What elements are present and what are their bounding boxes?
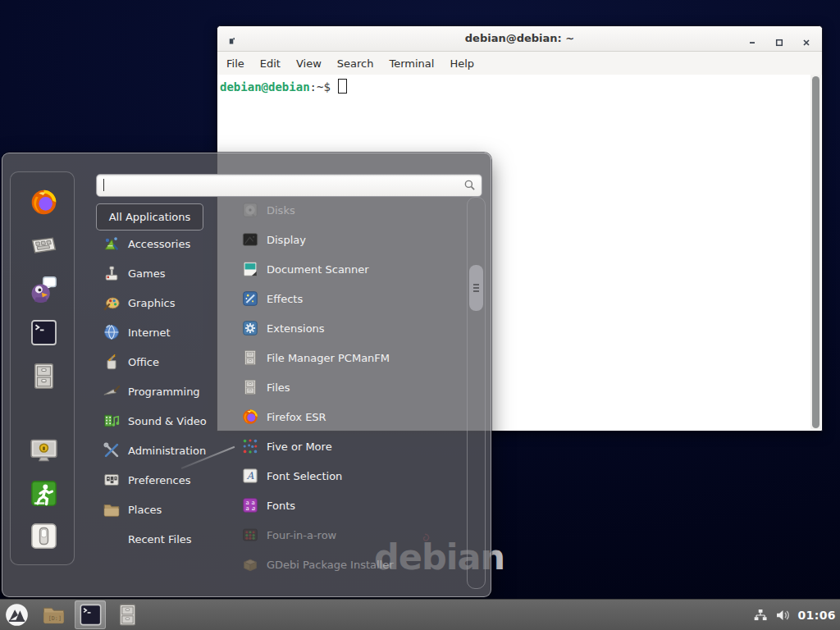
app-item-fonts[interactable]: aaaaFonts — [218, 491, 464, 520]
category-item-sound-video[interactable]: Sound & Video — [96, 406, 231, 436]
app-label: Files — [267, 381, 290, 394]
extensions-icon — [241, 319, 259, 337]
application-menu: All Applications AccessoriesGamesGraphic… — [2, 153, 491, 597]
category-item-preferences[interactable]: Preferences — [96, 465, 231, 495]
app-label: Font Selection — [267, 470, 342, 482]
svg-text:A: A — [246, 470, 254, 482]
category-label: Internet — [128, 326, 171, 339]
app-item-disks[interactable]: Disks — [218, 195, 464, 225]
category-label: Office — [128, 356, 159, 368]
category-label: Places — [128, 504, 162, 516]
close-button[interactable] — [802, 34, 810, 43]
terminal-cursor — [338, 79, 347, 94]
office-icon — [103, 353, 121, 371]
category-item-accessories[interactable]: Accessories — [96, 229, 231, 258]
svg-text:[D:]: [D:] — [48, 615, 61, 622]
maximize-button[interactable] — [775, 34, 783, 43]
category-label: Accessories — [128, 238, 190, 250]
app-item-document-scanner[interactable]: Document Scanner — [218, 254, 464, 284]
all-applications-label: All Applications — [109, 211, 191, 223]
menu-search-input[interactable] — [96, 174, 482, 197]
terminal-scrollbar-thumb[interactable] — [812, 76, 819, 428]
app-item-file-manager-pcmanfm[interactable]: File Manager PCManFM — [218, 343, 464, 372]
four-in-a-row-icon — [241, 526, 259, 544]
app-label: Extensions — [267, 322, 325, 335]
app-item-extensions[interactable]: Extensions — [218, 313, 464, 343]
app-item-firefox-esr[interactable]: Firefox ESR — [218, 402, 464, 431]
favorite-launchers — [19, 187, 68, 391]
app-label: Five or More — [267, 441, 332, 453]
application-list: DisksDisplayDocument ScannerEffectsExten… — [218, 195, 464, 579]
programming-icon — [103, 382, 121, 400]
category-item-places[interactable]: Places — [96, 495, 231, 524]
desktop: debian debian@debian: ~ FileEditViewSear… — [0, 0, 840, 630]
firefox-icon — [241, 408, 259, 426]
window-controls — [748, 26, 810, 51]
log-out-button[interactable] — [29, 478, 59, 509]
terminal-menu-file[interactable]: File — [226, 57, 244, 70]
graphics-icon — [103, 294, 121, 312]
app-label: Disks — [267, 204, 295, 217]
network-icon[interactable] — [753, 608, 768, 623]
favorites-panel — [10, 171, 75, 565]
taskbar-file-manager-button[interactable] — [112, 600, 143, 629]
sound-video-icon — [103, 412, 121, 430]
file-manager-favorite-button[interactable] — [29, 361, 59, 391]
lock-screen-button[interactable] — [29, 436, 59, 466]
category-label: Preferences — [128, 474, 190, 486]
app-item-five-or-more[interactable]: Five or More — [218, 431, 464, 461]
app-item-font-selection[interactable]: AFont Selection — [218, 461, 464, 491]
file-cabinet-icon — [241, 378, 259, 396]
terminal-prompt: debian@debian:~$ — [220, 79, 347, 94]
category-label: Administration — [128, 445, 206, 457]
menu-scrollbar[interactable] — [467, 197, 486, 589]
session-buttons — [19, 436, 68, 551]
minimize-button[interactable] — [748, 34, 756, 43]
volume-icon[interactable] — [775, 608, 790, 623]
games-icon — [103, 264, 121, 282]
pidgin-favorite-button[interactable] — [29, 274, 59, 304]
category-item-office[interactable]: Office — [96, 347, 231, 377]
category-item-programming[interactable]: Programming — [96, 377, 231, 406]
administration-icon — [103, 441, 121, 459]
document-scanner-icon — [241, 260, 259, 278]
display-icon — [241, 231, 259, 249]
terminal-scrollbar[interactable] — [810, 75, 821, 430]
category-list: AccessoriesGamesGraphicsInternetOfficePr… — [96, 229, 231, 554]
terminal-menu-help[interactable]: Help — [450, 57, 474, 70]
terminal-titlebar[interactable]: debian@debian: ~ — [217, 26, 822, 52]
app-item-files[interactable]: Files — [218, 372, 464, 402]
terminal-menu-edit[interactable]: Edit — [260, 57, 281, 70]
gdebi-icon — [241, 555, 259, 573]
scrollbar-grip — [473, 284, 479, 285]
all-applications-button[interactable]: All Applications — [96, 203, 203, 231]
app-label: File Manager PCManFM — [267, 352, 390, 364]
taskbar-folder-button[interactable]: [D:] — [38, 600, 69, 629]
places-icon — [103, 500, 121, 518]
taskbar-terminal-button[interactable] — [75, 600, 106, 629]
category-item-games[interactable]: Games — [96, 258, 231, 288]
category-item-administration[interactable]: Administration — [96, 436, 231, 465]
app-item-effects[interactable]: Effects — [218, 284, 464, 313]
app-item-gdebi-package-installer[interactable]: GDebi Package Installer — [218, 550, 464, 579]
terminal-favorite-button[interactable] — [29, 317, 59, 348]
terminal-menubar: FileEditViewSearchTerminalHelp — [217, 52, 822, 75]
taskbar-menu-button[interactable] — [1, 600, 32, 629]
keyboard-favorite-button[interactable] — [29, 231, 59, 261]
category-item-internet[interactable]: Internet — [96, 317, 231, 347]
menu-scrollbar-thumb[interactable] — [469, 265, 483, 311]
terminal-menu-terminal[interactable]: Terminal — [389, 57, 434, 70]
blank — [103, 530, 121, 548]
terminal-menu-view[interactable]: View — [296, 57, 322, 70]
search-caret — [103, 179, 104, 191]
five-or-more-icon — [241, 437, 259, 455]
firefox-favorite-button[interactable] — [29, 187, 59, 217]
category-item-recent-files[interactable]: Recent Files — [96, 524, 231, 554]
clock[interactable]: 01:06 — [797, 609, 836, 622]
app-item-four-in-a-row[interactable]: Four-in-a-row — [218, 520, 464, 550]
app-item-display[interactable]: Display — [218, 225, 464, 254]
app-label: Fonts — [267, 500, 295, 512]
shut-down-button[interactable] — [29, 521, 59, 551]
category-item-graphics[interactable]: Graphics — [96, 288, 231, 317]
terminal-menu-search[interactable]: Search — [337, 57, 374, 70]
